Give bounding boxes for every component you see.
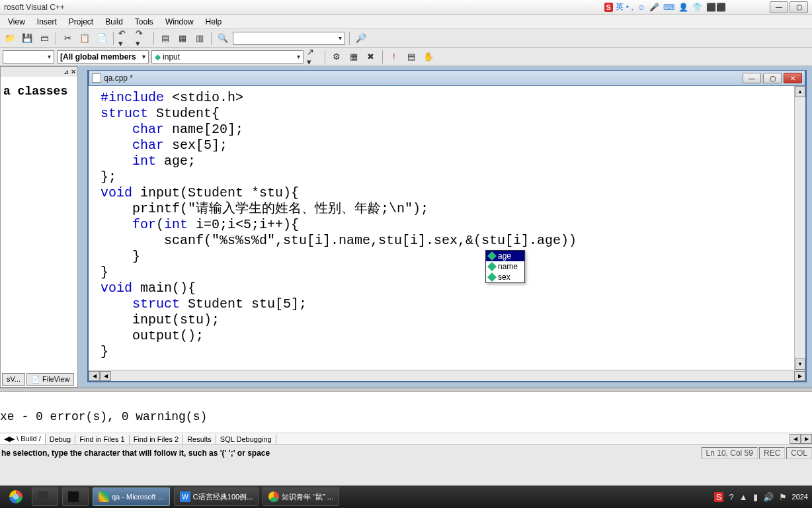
menu-view[interactable]: View bbox=[3, 16, 30, 28]
sidebar-content[interactable]: a classes bbox=[1, 77, 77, 106]
output-tab-results[interactable]: Results bbox=[183, 435, 216, 444]
autocomplete-item[interactable]: age bbox=[486, 251, 524, 261]
vc-icon bbox=[99, 491, 109, 502]
statusbar: he selection, type the character that wi… bbox=[0, 444, 812, 461]
ime-shirt-icon[interactable]: 👕 bbox=[692, 3, 702, 12]
autocomplete-item[interactable]: sex bbox=[486, 272, 524, 282]
output-text[interactable]: xe - 0 error(s), 0 warning(s) bbox=[0, 392, 812, 423]
stop-build-icon[interactable]: ✖ bbox=[364, 50, 378, 64]
menu-help[interactable]: Help bbox=[200, 16, 227, 28]
build-icon[interactable]: ▦ bbox=[346, 50, 361, 64]
workspace-sidebar: ⊿ ✕ a classes sV... 📄 FileView bbox=[0, 66, 78, 388]
sidebar-close[interactable]: ⊿ ✕ bbox=[1, 67, 77, 77]
go-debug-icon[interactable]: ▤ bbox=[404, 50, 419, 64]
tile-icon[interactable]: ▥ bbox=[192, 31, 207, 46]
tray-volume-icon[interactable]: 🔊 bbox=[763, 492, 774, 502]
output-tab-build[interactable]: ◀▶ \ Build / bbox=[0, 434, 46, 444]
tray-chevron-icon[interactable]: ▲ bbox=[739, 492, 748, 502]
output-tab-find2[interactable]: Find in Files 2 bbox=[130, 435, 183, 444]
scroll-left-icon[interactable]: ◀ bbox=[89, 371, 100, 381]
taskbar-item-terminal[interactable] bbox=[62, 487, 89, 506]
minimize-button[interactable]: — bbox=[770, 1, 788, 13]
vertical-scrollbar[interactable]: ▲ ▼ bbox=[794, 86, 805, 370]
tray-clock[interactable]: 2024 bbox=[792, 493, 808, 501]
editor-maximize-button[interactable]: ▢ bbox=[763, 73, 782, 83]
file-icon bbox=[92, 73, 101, 83]
start-button[interactable] bbox=[4, 487, 28, 506]
editor-window: qa.cpp * — ▢ ✕ #include <stdio.h> struct… bbox=[87, 70, 807, 382]
editor-close-button[interactable]: ✕ bbox=[784, 73, 802, 83]
nox-icon bbox=[38, 491, 48, 502]
status-rec: REC bbox=[759, 447, 785, 459]
save-icon[interactable]: 💾 bbox=[20, 31, 34, 46]
code-editor[interactable]: #include <stdio.h> struct Student{ char … bbox=[89, 86, 794, 370]
separator bbox=[211, 32, 212, 45]
editor-filename: qa.cpp * bbox=[104, 73, 133, 83]
find-in-files-icon[interactable]: 🔍 bbox=[216, 31, 230, 46]
output-tab-find1[interactable]: Find in Files 1 bbox=[75, 435, 129, 444]
output-pane: xe - 0 error(s), 0 warning(s) ◀▶ \ Build… bbox=[0, 392, 812, 444]
scroll-left-icon[interactable]: ◀ bbox=[790, 434, 801, 444]
editor-minimize-button[interactable]: — bbox=[743, 73, 761, 83]
ime-badge[interactable]: S bbox=[604, 3, 613, 12]
member-icon bbox=[487, 262, 497, 271]
maximize-button[interactable]: ▢ bbox=[790, 1, 808, 13]
search-combo[interactable] bbox=[233, 32, 345, 45]
menu-project[interactable]: Project bbox=[63, 16, 99, 28]
output-scroll[interactable]: ◀ ▶ bbox=[790, 434, 812, 444]
sidebar-tab-fileview[interactable]: 📄 FileView bbox=[26, 373, 74, 386]
status-hint: he selection, type the character that wi… bbox=[0, 448, 700, 458]
output-tab-debug[interactable]: Debug bbox=[46, 435, 75, 444]
tray-network-icon[interactable]: ▮ bbox=[753, 492, 758, 502]
menu-window[interactable]: Window bbox=[160, 16, 199, 28]
ime-mic-icon[interactable]: 🎤 bbox=[649, 3, 659, 12]
function-combo[interactable]: ◆ input bbox=[151, 50, 304, 64]
app-title: rosoft Visual C++ bbox=[4, 3, 65, 12]
menu-build[interactable]: Build bbox=[100, 16, 128, 28]
autocomplete-item[interactable]: name bbox=[486, 261, 524, 272]
scroll-up-icon[interactable]: ▲ bbox=[795, 86, 805, 97]
horizontal-scrollbar[interactable]: ◀ ◀ ▶ bbox=[89, 370, 805, 381]
scope-combo[interactable]: [All global members bbox=[57, 50, 149, 64]
menu-tools[interactable]: Tools bbox=[130, 16, 159, 28]
taskbar-item-vc[interactable]: qa - Microsoft ... bbox=[93, 487, 170, 506]
redo-icon[interactable]: ↷ ▾ bbox=[135, 31, 149, 46]
scroll-right-icon[interactable]: ▶ bbox=[794, 371, 805, 381]
execute-icon[interactable]: ! bbox=[387, 50, 401, 64]
class-combo[interactable] bbox=[3, 50, 54, 64]
taskbar-item-nox[interactable] bbox=[32, 487, 58, 506]
system-tray: S ? ▲ ▮ 🔊 ⚑ 2024 bbox=[714, 492, 808, 502]
tray-sogou-icon[interactable]: S bbox=[714, 492, 724, 502]
tray-flag-icon[interactable]: ⚑ bbox=[779, 492, 787, 502]
copy-icon[interactable]: 📋 bbox=[77, 31, 92, 46]
ime-grid-icon[interactable]: ⬛⬛ bbox=[706, 3, 726, 12]
ime-lang[interactable]: 英 bbox=[616, 1, 624, 13]
separator bbox=[325, 50, 325, 64]
editor-titlebar[interactable]: qa.cpp * — ▢ ✕ bbox=[89, 70, 805, 86]
compile-icon[interactable]: ⚙ bbox=[329, 50, 344, 64]
ime-keyboard-icon[interactable]: ⌨ bbox=[663, 3, 674, 12]
undo-icon[interactable]: ↶ ▾ bbox=[118, 31, 132, 46]
editor-title: qa.cpp * bbox=[92, 73, 133, 83]
open-icon[interactable]: 📁 bbox=[3, 31, 17, 46]
tray-help-icon[interactable]: ? bbox=[729, 492, 733, 502]
menu-insert[interactable]: Insert bbox=[32, 16, 62, 28]
scroll-left2-icon[interactable]: ◀ bbox=[100, 371, 111, 381]
toolbar-wizard: [All global members ◆ input ↗ ▾ ⚙ ▦ ✖ ! … bbox=[0, 48, 812, 66]
output-tab-sql[interactable]: SQL Debugging bbox=[216, 435, 276, 444]
taskbar-item-wps[interactable]: WC语言经典100例... bbox=[174, 487, 259, 506]
workspace-icon[interactable]: ▤ bbox=[158, 31, 173, 46]
scroll-down-icon[interactable]: ▼ bbox=[795, 359, 805, 370]
go-icon[interactable]: ↗ ▾ bbox=[306, 50, 321, 64]
ime-smile-icon[interactable]: ☺ bbox=[637, 3, 645, 12]
cut-icon[interactable]: ✂ bbox=[60, 31, 75, 46]
save-all-icon[interactable]: 🗃 bbox=[37, 31, 52, 46]
ime-person-icon[interactable]: 👤 bbox=[678, 3, 688, 12]
taskbar-item-chrome[interactable]: 知识青年 “鼠” ... bbox=[263, 487, 339, 506]
paste-icon[interactable]: 📄 bbox=[95, 31, 109, 46]
breakpoint-icon[interactable]: ✋ bbox=[421, 50, 436, 64]
window-list-icon[interactable]: ▦ bbox=[175, 31, 190, 46]
scroll-right-icon[interactable]: ▶ bbox=[801, 434, 812, 444]
sidebar-tab-classview[interactable]: sV... bbox=[2, 373, 25, 386]
find-icon[interactable]: 🔎 bbox=[354, 31, 368, 46]
